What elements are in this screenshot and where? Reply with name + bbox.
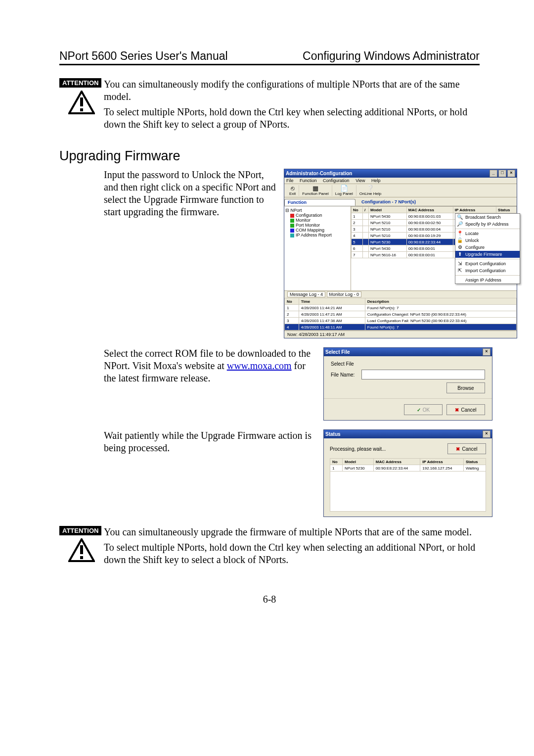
manual-title: NPort 5600 Series User's Manual <box>59 49 228 63</box>
ctx-assign-ip[interactable]: Assign IP Address <box>455 277 520 284</box>
check-icon: ✓ <box>417 407 421 413</box>
attention-badge: ATTENTION <box>59 78 101 88</box>
ctx-import-config[interactable]: ⇱Import Configuration <box>455 267 520 274</box>
ctx-unlock[interactable]: 🔓Unlock <box>455 237 520 244</box>
cancel-button[interactable]: ✖Cancel <box>447 443 486 454</box>
tab-function[interactable]: Function <box>284 199 356 206</box>
ctx-upgrade-firmware[interactable]: ⬆Upgrade Firmware <box>455 251 520 258</box>
ok-button[interactable]: ✓OK <box>404 404 443 415</box>
tool-bar: ⎋Exit ▦Function Panel 📄Log Panel ❔OnLine… <box>284 184 517 197</box>
ctx-specify-ip[interactable]: 🔎Specify by IP Address <box>455 221 520 228</box>
upgrade-icon: ⬆ <box>457 252 463 257</box>
step-1: Input the password to Unlock the NPort, … <box>59 169 480 338</box>
log-tabs: Message Log - 4 Monitor Log - 0 <box>284 290 517 298</box>
help-icon: ❔ <box>366 185 374 191</box>
cancel-button[interactable]: ✖Cancel <box>446 404 485 415</box>
config-icon <box>290 214 294 218</box>
attention1-line1: You can simultaneously modify the config… <box>104 78 480 103</box>
search-icon: 🔍 <box>457 215 463 220</box>
step-2: Select the correct ROM file to be downlo… <box>59 347 480 421</box>
window-title: Administrator-Configuration <box>286 171 489 176</box>
maximize-button[interactable]: □ <box>498 170 506 177</box>
tree-port-monitor[interactable]: Port Monitor <box>285 223 350 228</box>
filename-label: File Name: <box>331 372 361 378</box>
grid-header-row: No/ Model MAC Address IP Address Status <box>352 207 517 213</box>
tree-com-mapping[interactable]: COM Mapping <box>285 228 350 233</box>
close-button[interactable]: × <box>483 348 490 356</box>
warning-icon <box>68 538 95 562</box>
tree-root[interactable]: ⊟ NPort <box>285 208 350 213</box>
window-titlebar: Administrator-Configuration _ □ × <box>284 169 517 178</box>
message-log-table: NoTimeDescription 14/28/2003 11:44:21 AM… <box>284 298 517 331</box>
status-row[interactable]: 1 NPort 5230 00:90:E8:22:33:44 192.168.1… <box>330 465 486 472</box>
ctx-configure[interactable]: ⚙Configure <box>455 244 520 251</box>
context-menu: 🔍Broadcast Search 🔎Specify by IP Address… <box>455 213 520 284</box>
menu-bar: File Function Configuration View Help <box>284 178 517 184</box>
close-button[interactable]: × <box>507 170 515 177</box>
menu-configuration[interactable]: Configuration <box>323 178 350 183</box>
ctx-export-config[interactable]: ⇲Export Configuration <box>455 260 520 267</box>
browse-button[interactable]: Browse <box>446 382 485 393</box>
dlg-title: Select File <box>325 349 482 355</box>
tree-ip-report[interactable]: IP Address Report <box>285 233 350 237</box>
ip-report-icon <box>290 234 294 237</box>
attention2-line2: To select multiple NPorts, hold down the… <box>104 541 480 566</box>
log-row[interactable]: 24/28/2003 11:47:21 AMConfiguration Chan… <box>285 311 517 318</box>
tree-monitor[interactable]: Monitor <box>285 218 350 223</box>
log-row[interactable]: 34/28/2003 11:47:36 AMLoad Configuration… <box>285 318 517 324</box>
status-table: No Model MAC Address IP Address Status 1… <box>330 458 486 472</box>
ip-icon: 🔎 <box>457 222 463 227</box>
log-row-selected[interactable]: 44/28/2003 11:48:11 AMFound NPort(s): 7 <box>285 324 517 331</box>
attention-block-1: ATTENTION You can simultaneously modify … <box>59 78 480 134</box>
tool-log-panel[interactable]: 📄Log Panel <box>332 185 356 196</box>
screenshot-admin-window: Administrator-Configuration _ □ × File F… <box>284 169 517 338</box>
unlock-icon: 🔓 <box>457 238 463 243</box>
com-icon <box>290 229 294 233</box>
exit-icon: ⎋ <box>291 185 295 191</box>
msglog-tab[interactable]: Message Log - 4 <box>287 291 325 297</box>
export-icon: ⇲ <box>457 261 463 266</box>
tool-function-panel[interactable]: ▦Function Panel <box>299 185 332 196</box>
attention2-line1: You can simultaneously upgrade the firmw… <box>104 526 480 538</box>
dlg-title: Status <box>325 431 482 437</box>
ctx-locate[interactable]: 📍Locate <box>455 230 520 237</box>
log-row[interactable]: 14/28/2003 11:44:21 AMFound NPort(s): 7 <box>285 305 517 311</box>
svg-rect-5 <box>80 556 83 559</box>
step-3: Wait patiently while the Upgrade Firmwar… <box>59 429 480 517</box>
locate-icon: 📍 <box>457 231 463 236</box>
tool-exit[interactable]: ⎋Exit <box>286 185 299 196</box>
device-grid: No/ Model MAC Address IP Address Status … <box>351 206 517 290</box>
menu-function[interactable]: Function <box>300 178 317 183</box>
ctx-broadcast-search[interactable]: 🔍Broadcast Search <box>455 214 520 221</box>
attention1-line2: To select multiple NPorts, hold down the… <box>104 106 480 131</box>
menu-file[interactable]: File <box>286 178 294 183</box>
step2-text: Select the correct ROM file to be downlo… <box>104 347 316 384</box>
svg-rect-4 <box>80 545 83 554</box>
import-icon: ⇱ <box>457 268 463 273</box>
panel-icon: ▦ <box>312 185 318 191</box>
screenshot-select-file-dialog: Select File × Select File File Name: Bro… <box>323 347 492 421</box>
moxa-link[interactable]: www.moxa.com <box>227 360 292 371</box>
function-tree: ⊟ NPort Configuration Monitor Port Monit… <box>284 206 351 290</box>
svg-rect-1 <box>80 97 83 106</box>
menu-help[interactable]: Help <box>371 178 381 183</box>
chapter-title: Configuring Windows Administrator <box>303 49 480 63</box>
minimize-button[interactable]: _ <box>490 170 497 177</box>
processing-label: Processing, please wait... <box>330 446 386 452</box>
filename-input[interactable] <box>361 370 485 379</box>
section-title: Upgrading Firmware <box>59 148 480 164</box>
step1-text: Input the password to Unlock the NPort, … <box>104 169 277 218</box>
close-button[interactable]: × <box>483 430 490 438</box>
monitor-icon <box>290 219 294 223</box>
menu-view[interactable]: View <box>356 178 365 183</box>
tool-online-help[interactable]: ❔OnLine Help <box>356 185 384 196</box>
page-header: NPort 5600 Series User's Manual Configur… <box>59 49 480 65</box>
attention-badge: ATTENTION <box>59 526 101 535</box>
warning-icon <box>68 91 95 114</box>
status-bar: Now: 4/28/2003 11:49:17 AM <box>284 331 517 338</box>
tree-configuration[interactable]: Configuration <box>285 213 350 218</box>
gear-icon: ⚙ <box>457 245 463 250</box>
port-monitor-icon <box>290 224 294 228</box>
dlg-titlebar: Select File × <box>324 348 492 356</box>
monitorlog-tab[interactable]: Monitor Log - 0 <box>327 291 362 297</box>
